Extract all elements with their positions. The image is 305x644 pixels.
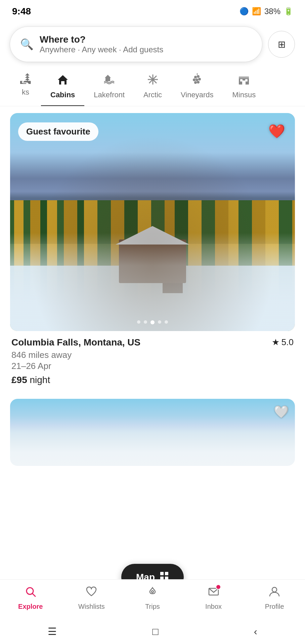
svg-rect-21 — [240, 79, 243, 82]
nav-label-wishlists: Wishlists — [78, 603, 105, 610]
svg-rect-23 — [160, 572, 164, 575]
lakes-icon: 🏞 — [19, 73, 32, 85]
svg-point-11 — [197, 75, 200, 78]
bottom-nav: Explore Wishlists Trips Inbox — [0, 579, 305, 621]
android-nav-bar: ☰ □ ‹ — [0, 617, 305, 644]
snow-scene — [10, 399, 295, 466]
svg-rect-20 — [242, 80, 246, 85]
inbox-icon — [208, 586, 220, 601]
arctic-icon — [146, 73, 159, 88]
search-sub-text: Anywhere · Any week · Add guests — [40, 45, 163, 54]
svg-rect-19 — [239, 76, 249, 78]
svg-rect-22 — [245, 79, 248, 82]
category-label-lakefront: Lakefront — [94, 91, 125, 99]
nav-label-explore: Explore — [18, 603, 43, 610]
category-item-arctic[interactable]: Arctic — [134, 68, 171, 106]
status-bar: 9:48 🔵 📶 38% 🔋 — [0, 0, 305, 20]
svg-point-15 — [194, 81, 197, 84]
listing-info: Columbia Falls, Montana, US ★ 5.0 846 mi… — [10, 331, 295, 385]
scene-overlay — [10, 113, 295, 331]
nav-label-profile: Profile — [265, 603, 284, 610]
wishlists-icon — [85, 586, 97, 601]
minsus-icon — [237, 73, 250, 88]
star-icon: ★ — [272, 337, 279, 347]
favourite-button[interactable]: ❤️ — [267, 121, 287, 141]
search-container: 🔍 Where to? Anywhere · Any week · Add gu… — [0, 20, 305, 68]
listing-card-1[interactable]: Guest favourite ❤️ Columbia Falls, Monta… — [10, 113, 295, 385]
price-unit: night — [30, 375, 50, 385]
dot-3 — [150, 320, 155, 324]
inbox-notification-dot — [216, 584, 221, 590]
svg-point-31 — [272, 587, 277, 592]
search-icon: 🔍 — [20, 38, 34, 51]
cabins-icon — [56, 73, 69, 88]
nav-label-trips: Trips — [145, 603, 160, 610]
svg-point-14 — [198, 78, 201, 80]
explore-icon — [25, 586, 37, 601]
svg-point-10 — [194, 76, 197, 78]
android-home-button[interactable]: □ — [139, 623, 172, 641]
svg-rect-2 — [61, 81, 64, 85]
svg-point-12 — [193, 78, 195, 81]
filter-button[interactable]: ⊞ — [268, 31, 295, 58]
nav-item-explore[interactable]: Explore — [14, 586, 47, 610]
favourite-button-2[interactable]: 🤍 — [274, 405, 289, 419]
dot-2 — [144, 320, 147, 324]
status-time: 9:48 — [12, 6, 31, 17]
nav-item-inbox[interactable]: Inbox — [197, 586, 230, 610]
listing-rating: ★ 5.0 — [272, 337, 294, 347]
search-bar[interactable]: 🔍 Where to? Anywhere · Any week · Add gu… — [10, 27, 262, 62]
listing-distance: 846 miles away — [11, 350, 294, 360]
nav-item-trips[interactable]: Trips — [136, 586, 169, 610]
listing-title-row: Columbia Falls, Montana, US ★ 5.0 — [11, 337, 294, 348]
dot-4 — [158, 320, 161, 324]
category-label-lakes: ks — [22, 88, 29, 97]
category-label-cabins: Cabins — [50, 91, 75, 99]
wifi-icon: 📶 — [252, 7, 261, 16]
nav-item-wishlists[interactable]: Wishlists — [75, 586, 108, 610]
filter-icon: ⊞ — [278, 39, 286, 50]
svg-point-13 — [195, 78, 198, 81]
search-main-text: Where to? — [40, 34, 163, 45]
nav-label-inbox: Inbox — [205, 603, 222, 610]
listing-image-preview-2: 🤍 — [10, 399, 295, 466]
listing-location: Columbia Falls, Montana, US — [11, 337, 140, 348]
battery-icon: 🔋 — [284, 7, 293, 16]
svg-point-16 — [197, 81, 200, 84]
listing-price: £95 night — [11, 375, 294, 385]
category-item-lakefront[interactable]: Lakefront — [84, 68, 134, 106]
android-menu-button[interactable]: ☰ — [34, 622, 70, 641]
category-item-vineyards[interactable]: Vineyards — [171, 68, 223, 106]
category-nav: 🏞 ks Cabins Lakefront — [0, 68, 305, 106]
nav-item-profile[interactable]: Profile — [258, 586, 291, 610]
price-amount: £95 — [11, 375, 27, 385]
category-label-arctic: Arctic — [143, 91, 162, 99]
dot-1 — [137, 320, 140, 324]
android-back-button[interactable]: ‹ — [241, 623, 271, 641]
image-indicators — [137, 320, 168, 324]
dot-5 — [165, 320, 168, 324]
bluetooth-icon: 🔵 — [239, 7, 249, 16]
svg-point-9 — [152, 78, 154, 80]
svg-rect-24 — [165, 572, 168, 575]
category-label-vineyards: Vineyards — [181, 91, 213, 99]
battery-indicator: 38% — [264, 7, 280, 16]
svg-marker-4 — [105, 75, 111, 78]
lakefront-icon — [103, 73, 116, 88]
guest-favourite-badge: Guest favourite — [18, 122, 98, 141]
svg-marker-1 — [58, 75, 68, 80]
svg-line-28 — [33, 594, 35, 596]
profile-icon — [268, 586, 280, 601]
status-icons: 🔵 📶 38% 🔋 — [239, 7, 293, 16]
listings-container: Guest favourite ❤️ Columbia Falls, Monta… — [0, 106, 305, 466]
rating-value: 5.0 — [281, 337, 294, 347]
category-item-lakes[interactable]: 🏞 ks — [10, 68, 41, 106]
listing-card-2[interactable]: 🤍 — [10, 399, 295, 466]
listing-image-wrap: Guest favourite ❤️ — [10, 113, 295, 331]
category-label-minsus: Minsus — [232, 91, 256, 99]
category-item-cabins[interactable]: Cabins — [41, 68, 84, 106]
listing-dates: 21–26 Apr — [11, 361, 294, 371]
trips-icon — [146, 586, 159, 601]
category-item-minsus[interactable]: Minsus — [223, 68, 265, 106]
svg-point-29 — [151, 591, 154, 593]
